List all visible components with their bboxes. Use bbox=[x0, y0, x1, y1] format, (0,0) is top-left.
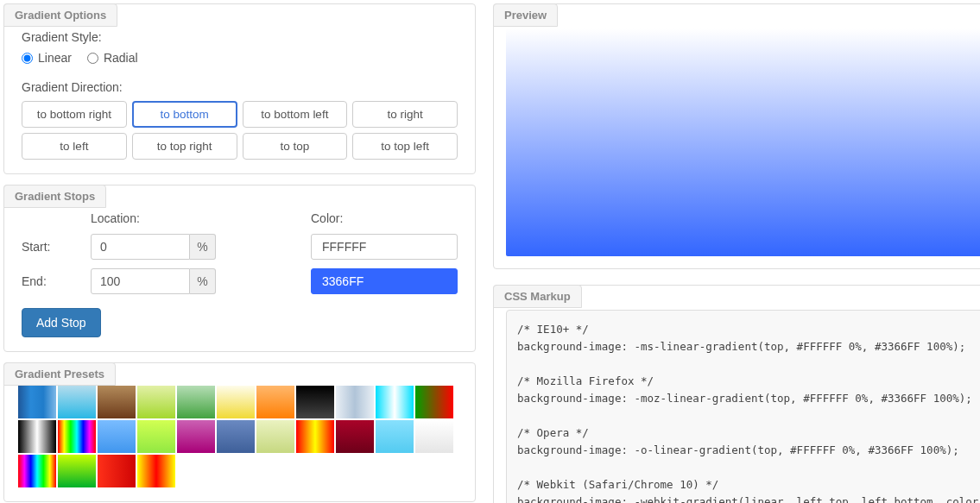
preset-swatch[interactable] bbox=[256, 420, 294, 453]
panel-title: Preview bbox=[493, 3, 558, 27]
direction-to-left[interactable]: to left bbox=[22, 133, 127, 160]
style-radial-option[interactable]: Radial bbox=[87, 51, 138, 65]
panel-title: CSS Markup bbox=[493, 285, 582, 308]
preset-swatch[interactable] bbox=[296, 386, 334, 418]
preset-swatch[interactable] bbox=[415, 420, 453, 453]
preset-swatch[interactable] bbox=[58, 386, 96, 418]
preset-swatch[interactable] bbox=[137, 420, 175, 453]
preset-swatch[interactable] bbox=[98, 420, 136, 453]
preset-swatch[interactable] bbox=[98, 386, 136, 418]
stop-color-input[interactable]: FFFFFF bbox=[311, 234, 458, 260]
direction-to-right[interactable]: to right bbox=[352, 101, 458, 128]
stop-location-input[interactable] bbox=[91, 268, 190, 294]
direction-to-top[interactable]: to top bbox=[243, 133, 348, 160]
direction-label: Gradient Direction: bbox=[22, 80, 458, 94]
gradient-stops-panel: Gradient Stops Location: Color: Start:%F… bbox=[3, 185, 476, 352]
preset-swatch[interactable] bbox=[58, 420, 96, 453]
preset-swatch[interactable] bbox=[376, 386, 414, 418]
panel-title: Gradient Options bbox=[3, 3, 117, 27]
preset-swatch[interactable] bbox=[296, 420, 334, 453]
css-markup-panel: CSS Markup /* IE10+ */ background-image:… bbox=[493, 285, 980, 503]
percent-addon: % bbox=[190, 268, 216, 294]
preview-box bbox=[506, 28, 980, 256]
preset-swatch[interactable] bbox=[58, 455, 96, 487]
preset-swatch[interactable] bbox=[18, 420, 56, 453]
direction-to-top-left[interactable]: to top left bbox=[352, 133, 458, 160]
gradient-presets-panel: Gradient Presets bbox=[3, 362, 476, 502]
preview-panel: Preview bbox=[493, 3, 980, 269]
preset-swatch[interactable] bbox=[415, 386, 453, 418]
preset-swatch[interactable] bbox=[376, 420, 414, 453]
preset-swatch[interactable] bbox=[256, 386, 294, 418]
direction-to-bottom[interactable]: to bottom bbox=[132, 101, 237, 128]
location-header: Location: bbox=[91, 211, 190, 225]
preset-swatch[interactable] bbox=[177, 386, 215, 418]
stop-location-input[interactable] bbox=[91, 234, 190, 260]
stop-color-input[interactable]: 3366FF bbox=[311, 268, 458, 294]
preset-swatch[interactable] bbox=[18, 455, 56, 487]
gradient-options-panel: Gradient Options Gradient Style: Linear … bbox=[3, 3, 476, 174]
preset-swatch[interactable] bbox=[336, 386, 374, 418]
preset-swatch[interactable] bbox=[137, 386, 175, 418]
direction-to-top-right[interactable]: to top right bbox=[132, 133, 237, 160]
direction-to-bottom-right[interactable]: to bottom right bbox=[22, 101, 127, 128]
panel-title: Gradient Stops bbox=[3, 185, 106, 208]
preset-swatch[interactable] bbox=[217, 386, 255, 418]
style-radial-radio[interactable] bbox=[87, 53, 98, 64]
panel-title: Gradient Presets bbox=[3, 362, 116, 386]
style-label: Gradient Style: bbox=[22, 30, 458, 44]
stop-label: Start: bbox=[22, 240, 91, 254]
style-linear-option[interactable]: Linear bbox=[22, 51, 72, 65]
color-header: Color: bbox=[311, 211, 458, 225]
stop-label: End: bbox=[22, 274, 91, 288]
style-linear-radio[interactable] bbox=[22, 53, 33, 64]
add-stop-button[interactable]: Add Stop bbox=[22, 308, 101, 337]
preset-swatch[interactable] bbox=[98, 455, 136, 487]
preset-swatch[interactable] bbox=[177, 420, 215, 453]
preset-swatch[interactable] bbox=[217, 420, 255, 453]
css-output[interactable]: /* IE10+ */ background-image: -ms-linear… bbox=[506, 310, 980, 503]
preset-swatch[interactable] bbox=[137, 455, 175, 487]
preset-swatch[interactable] bbox=[18, 386, 56, 418]
direction-to-bottom-left[interactable]: to bottom left bbox=[243, 101, 348, 128]
preset-swatch[interactable] bbox=[336, 420, 374, 453]
percent-addon: % bbox=[190, 234, 216, 260]
